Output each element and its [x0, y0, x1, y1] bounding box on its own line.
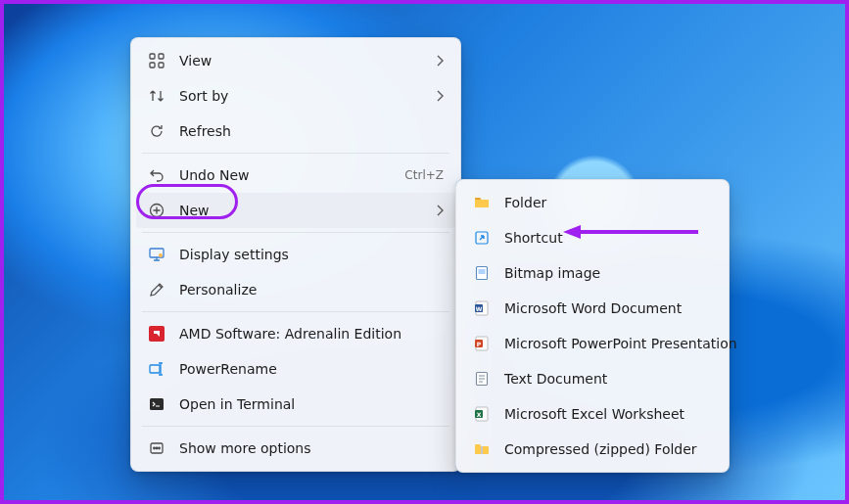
menu-label: View	[179, 53, 428, 69]
submenu-item-shortcut[interactable]: Shortcut	[461, 220, 724, 255]
menu-label: PowerRename	[179, 361, 444, 377]
text-doc-icon	[473, 370, 491, 388]
menu-label: Sort by	[179, 88, 428, 104]
separator	[142, 153, 449, 154]
submenu-item-excel[interactable]: X Microsoft Excel Worksheet	[461, 396, 724, 432]
amd-icon	[148, 325, 165, 343]
shortcut-icon	[473, 229, 491, 247]
terminal-icon	[148, 395, 165, 413]
svg-rect-0	[150, 54, 155, 59]
menu-label: Microsoft Excel Worksheet	[504, 406, 712, 422]
folder-icon	[473, 194, 491, 211]
svg-rect-9	[150, 398, 164, 410]
menu-label: Text Document	[504, 371, 712, 387]
svg-rect-16	[479, 269, 486, 274]
menu-item-display-settings[interactable]: Display settings	[136, 237, 455, 272]
svg-rect-2	[150, 63, 155, 68]
chevron-right-icon	[436, 90, 444, 102]
menu-item-show-more[interactable]: Show more options	[136, 431, 455, 466]
zip-icon	[473, 440, 491, 458]
menu-label: Undo New	[179, 167, 393, 183]
separator	[142, 311, 449, 312]
refresh-icon	[148, 122, 165, 140]
menu-item-open-terminal[interactable]: Open in Terminal	[136, 387, 455, 422]
menu-item-refresh[interactable]: Refresh	[136, 114, 455, 149]
chevron-right-icon	[436, 55, 444, 67]
svg-point-11	[154, 447, 156, 449]
svg-rect-3	[159, 63, 164, 68]
sort-icon	[148, 87, 165, 105]
menu-label: AMD Software: Adrenalin Edition	[179, 326, 444, 342]
svg-point-13	[159, 447, 161, 449]
separator	[142, 426, 449, 427]
separator	[142, 232, 449, 233]
menu-label: Folder	[504, 195, 712, 210]
menu-label: Open in Terminal	[179, 396, 444, 412]
menu-label: Display settings	[179, 247, 444, 262]
submenu-item-powerpoint[interactable]: P Microsoft PowerPoint Presentation	[461, 326, 724, 361]
svg-rect-8	[150, 365, 160, 373]
submenu-item-bitmap[interactable]: Bitmap image	[461, 255, 724, 291]
show-more-icon	[148, 439, 165, 457]
view-icon	[148, 52, 165, 69]
bitmap-icon	[473, 264, 491, 282]
svg-point-12	[156, 447, 158, 449]
svg-rect-27	[481, 446, 483, 454]
menu-label: Show more options	[179, 440, 444, 456]
chevron-right-icon	[436, 205, 444, 216]
menu-label: Bitmap image	[504, 265, 712, 281]
menu-label: Microsoft PowerPoint Presentation	[504, 336, 737, 351]
menu-label: Personalize	[179, 282, 444, 298]
powerrename-icon	[148, 360, 165, 378]
menu-item-undo-new[interactable]: Undo New Ctrl+Z	[136, 158, 455, 193]
menu-item-personalize[interactable]: Personalize	[136, 272, 455, 307]
menu-item-powerrename[interactable]: PowerRename	[136, 351, 455, 387]
menu-item-new[interactable]: New	[136, 193, 455, 228]
menu-item-sort-by[interactable]: Sort by	[136, 78, 455, 114]
plus-icon	[148, 202, 165, 219]
submenu-item-text[interactable]: Text Document	[461, 361, 724, 396]
svg-point-6	[159, 253, 163, 257]
menu-label: Refresh	[179, 123, 444, 139]
display-settings-icon	[148, 246, 165, 263]
accelerator: Ctrl+Z	[404, 168, 444, 182]
menu-label: New	[179, 203, 428, 218]
svg-rect-1	[159, 54, 164, 59]
desktop-context-menu: View Sort by Refresh Undo New	[130, 37, 461, 472]
undo-icon	[148, 166, 165, 184]
new-submenu: Folder Shortcut Bitmap image W Microsoft…	[455, 179, 730, 473]
svg-text:P: P	[477, 341, 482, 347]
svg-text:W: W	[476, 305, 483, 312]
excel-icon: X	[473, 405, 491, 423]
svg-text:X: X	[477, 411, 482, 418]
personalize-icon	[148, 281, 165, 298]
menu-label: Shortcut	[504, 230, 712, 246]
powerpoint-icon: P	[473, 335, 491, 352]
menu-item-view[interactable]: View	[136, 43, 455, 78]
menu-label: Microsoft Word Document	[504, 300, 712, 316]
submenu-item-folder[interactable]: Folder	[461, 185, 724, 220]
word-icon: W	[473, 299, 491, 317]
submenu-item-zip[interactable]: Compressed (zipped) Folder	[461, 432, 724, 467]
menu-item-amd[interactable]: AMD Software: Adrenalin Edition	[136, 316, 455, 351]
menu-label: Compressed (zipped) Folder	[504, 441, 712, 457]
submenu-item-word[interactable]: W Microsoft Word Document	[461, 291, 724, 326]
